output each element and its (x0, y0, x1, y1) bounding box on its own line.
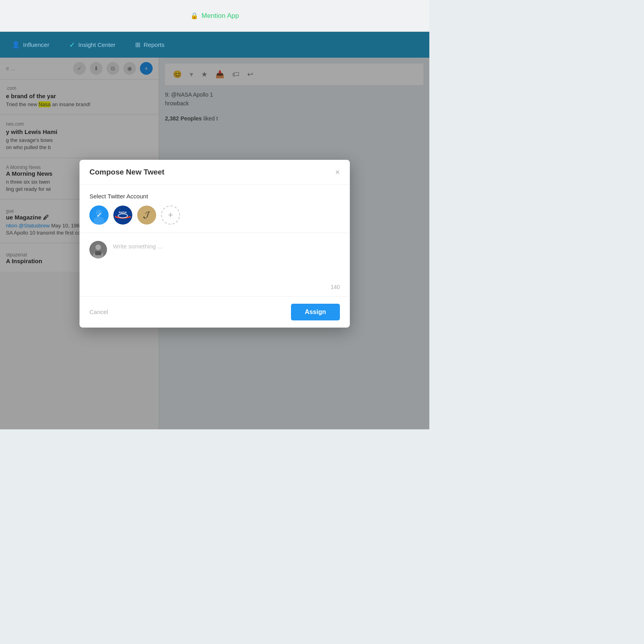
svg-point-10 (95, 244, 101, 250)
compose-section: 140 (80, 233, 350, 297)
app-navbar: 👤 Influencer ✓ Insight Center ⊞ Reports (0, 32, 429, 58)
account-label: Select Twitter Account (89, 193, 340, 200)
account-avatars: ✓ NASA (89, 206, 340, 225)
sidebar-item-reports[interactable]: ⊞ Reports (131, 39, 169, 50)
nav-label-reports: Reports (144, 41, 165, 48)
content-area: e ... ✓ ⬇ ⧉ ◉ + .com e brand of the yar … (0, 58, 429, 429)
svg-point-4 (115, 207, 131, 223)
svg-rect-12 (95, 251, 101, 255)
modal-header: Compose New Tweet × (80, 160, 350, 185)
jaguar-avatar: 𝓙 (137, 206, 156, 225)
nav-label-insight: Insight Center (78, 41, 115, 48)
modal-title: Compose New Tweet (89, 168, 165, 177)
svg-text:NASA: NASA (119, 211, 127, 214)
insight-icon: ✓ (69, 41, 75, 49)
account-avatar-nasa[interactable]: NASA (113, 206, 132, 225)
selected-check-icon: ✓ (96, 211, 102, 219)
nasa-avatar: NASA (113, 206, 132, 225)
char-count: 140 (331, 284, 340, 290)
composer-avatar (89, 241, 107, 258)
account-avatar-jaguar[interactable]: 𝓙 (137, 206, 156, 225)
svg-text:𝓙: 𝓙 (144, 209, 150, 219)
nav-label-influencer: Influencer (23, 41, 49, 48)
modal-overlay: Compose New Tweet × Select Twitter Accou… (0, 58, 429, 429)
address-bar: 🔒 Mention App (190, 12, 239, 20)
compose-modal: Compose New Tweet × Select Twitter Accou… (80, 160, 350, 328)
influencer-icon: 👤 (12, 41, 20, 48)
sidebar-item-influencer[interactable]: 👤 Influencer (8, 39, 53, 50)
account-section: Select Twitter Account ✓ (80, 185, 350, 233)
lock-icon: 🔒 (190, 12, 198, 19)
account-avatar-user[interactable]: ✓ (89, 206, 109, 225)
tweet-input[interactable] (113, 241, 340, 288)
modal-footer: Cancel Assign (80, 297, 350, 328)
browser-chrome: 🔒 Mention App (0, 0, 429, 32)
add-account-button[interactable]: + (161, 206, 180, 225)
assign-button[interactable]: Assign (291, 304, 340, 320)
app-title: Mention App (202, 12, 239, 20)
reports-icon: ⊞ (135, 41, 140, 48)
close-button[interactable]: × (335, 168, 340, 176)
sidebar-item-insight-center[interactable]: ✓ Insight Center (65, 39, 119, 51)
cancel-button[interactable]: Cancel (89, 308, 108, 315)
